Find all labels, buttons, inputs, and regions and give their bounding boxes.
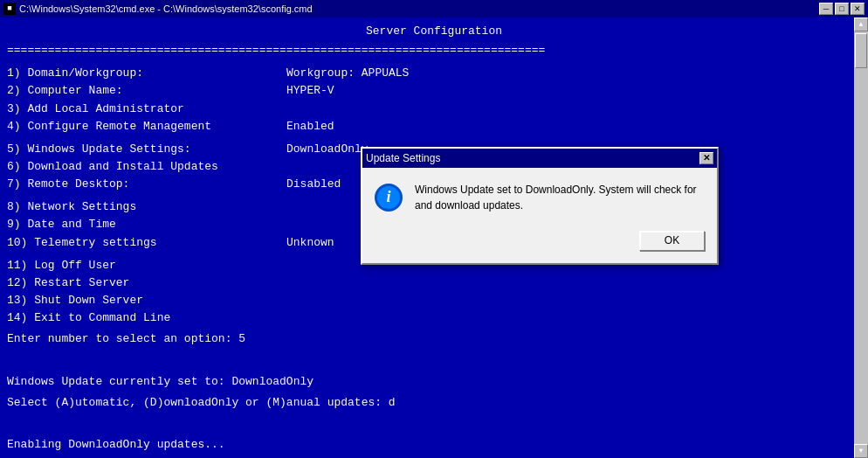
menu-item-1: 1) Domain/Workgroup: Workgroup: APPUALS [7, 65, 861, 82]
cmd-window: Server Configuration ===================… [0, 17, 868, 458]
dialog-message: Windows Update set to DownloadOnly. Syst… [415, 182, 697, 213]
dialog-content-row: i Windows Update set to DownloadOnly. Sy… [375, 182, 705, 213]
menu-item-12: 12) Restart Server [7, 274, 861, 292]
dialog-footer: OK [375, 231, 705, 251]
scroll-up-arrow[interactable]: ▲ [854, 17, 868, 31]
input-line-3: Windows Update currently set to: Downloa… [7, 373, 861, 391]
ok-button[interactable]: OK [639, 231, 705, 251]
menu-item-3: 3) Add Local Administrator [7, 101, 861, 118]
scroll-thumb[interactable] [855, 33, 867, 68]
menu-item-14: 14) Exit to Command Line [7, 309, 861, 327]
menu-item-2: 2) Computer Name: HYPER-V [7, 82, 861, 100]
scroll-down-arrow[interactable]: ▼ [854, 444, 868, 458]
input-line-4: Select (A)utomatic, (D)ownloadOnly or (M… [7, 394, 861, 412]
title-bar-controls: ─ □ ✕ [819, 3, 865, 15]
dialog-message-line2: and download updates. [415, 199, 523, 212]
close-button[interactable]: ✕ [851, 3, 865, 15]
cmd-icon: ■ [3, 3, 16, 15]
minimize-button[interactable]: ─ [819, 3, 833, 15]
scrollbar[interactable]: ▲ ▼ [854, 17, 868, 458]
dialog-title-bar: Update Settings ✕ [362, 149, 717, 168]
input-line-6: Enabling DownloadOnly updates... [7, 436, 861, 454]
menu-item-13: 13) Shut Down Server [7, 292, 861, 309]
title-bar: ■ C:\Windows\System32\cmd.exe - C:\Windo… [0, 0, 868, 17]
dialog-body: i Windows Update set to DownloadOnly. Sy… [362, 168, 717, 263]
info-icon: i [375, 184, 403, 212]
input-line-1: Enter number to select an option: 5 [7, 330, 861, 348]
menu-item-4: 4) Configure Remote Management Enabled [7, 118, 861, 135]
dialog-message-line1: Windows Update set to DownloadOnly. Syst… [415, 184, 697, 196]
restore-button[interactable]: □ [835, 3, 849, 15]
update-settings-dialog[interactable]: Update Settings ✕ i Windows Update set t… [361, 147, 719, 265]
cmd-title: Server Configuration [7, 23, 861, 40]
dialog-title: Update Settings [366, 150, 440, 167]
input-line-5 [7, 415, 861, 433]
input-line-2 [7, 351, 861, 369]
cmd-separator: ========================================… [7, 42, 861, 59]
dialog-close-button[interactable]: ✕ [699, 152, 713, 164]
window-title: C:\Windows\System32\cmd.exe - C:\Windows… [19, 3, 313, 14]
